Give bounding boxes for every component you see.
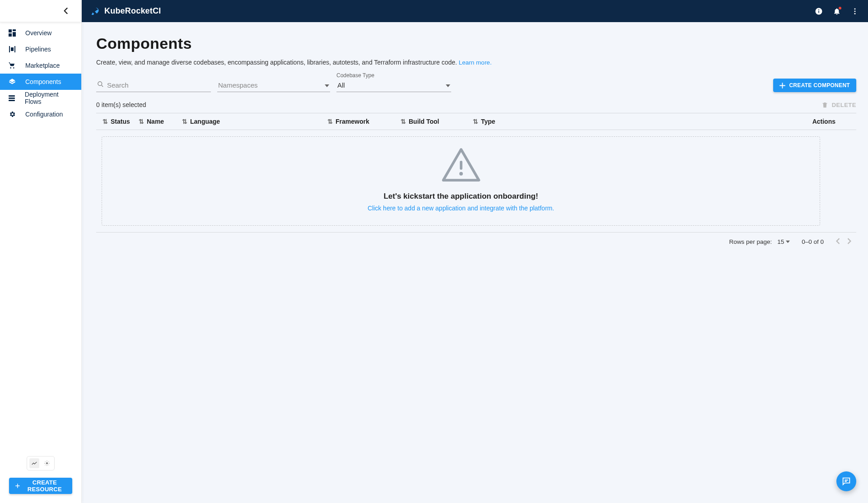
sort-icon: ⇅	[401, 118, 406, 125]
codebase-type-label: Codebase Type	[336, 72, 374, 79]
codebase-type-input[interactable]	[336, 79, 451, 92]
chat-icon	[841, 476, 851, 486]
sidebar-item-label: Components	[25, 78, 61, 85]
sidebar-collapse[interactable]	[0, 0, 81, 22]
warning-icon	[442, 148, 481, 182]
svg-point-10	[46, 462, 48, 465]
stack-icon	[7, 94, 17, 102]
rocket-icon	[91, 7, 100, 16]
svg-rect-18	[460, 161, 462, 170]
sidebar-item-label: Configuration	[25, 111, 63, 118]
svg-rect-7	[9, 95, 15, 97]
brand[interactable]: KubeRocketCI	[91, 6, 161, 16]
plus-icon	[15, 483, 20, 489]
sort-icon: ⇅	[473, 118, 478, 125]
col-actions: Actions	[812, 118, 835, 125]
layers-icon	[7, 78, 17, 85]
pipelines-icon	[7, 46, 17, 53]
svg-rect-0	[9, 29, 12, 33]
content: Components Create, view, and manage dive…	[82, 22, 868, 503]
page-title: Components	[96, 35, 856, 52]
col-language[interactable]: ⇅Language	[182, 118, 327, 125]
rows-value-select[interactable]: 15	[777, 238, 790, 245]
sidebar-item-deployment-flows[interactable]: Deployment Flows	[0, 90, 81, 106]
sort-icon: ⇅	[182, 118, 187, 125]
col-status[interactable]: ⇅Status	[103, 118, 139, 125]
svg-rect-5	[14, 46, 15, 52]
svg-rect-3	[9, 33, 12, 37]
sidebar-item-label: Deployment Flows	[25, 91, 74, 105]
svg-rect-12	[818, 10, 819, 13]
empty-title: Let's kickstart the application onboardi…	[111, 192, 811, 201]
chat-fab[interactable]	[836, 471, 856, 491]
info-icon	[815, 7, 823, 15]
search-field	[96, 79, 211, 92]
namespaces-input[interactable]	[217, 79, 330, 92]
chevron-down-icon	[446, 82, 450, 90]
sidebar-item-configuration[interactable]: Configuration	[0, 106, 81, 122]
notification-dot	[838, 6, 842, 10]
col-framework[interactable]: ⇅Framework	[327, 118, 401, 125]
svg-rect-2	[13, 32, 16, 37]
next-page-button[interactable]	[847, 238, 852, 246]
chevron-left-icon	[835, 238, 840, 244]
info-button[interactable]	[815, 7, 823, 15]
col-type[interactable]: ⇅Type	[473, 118, 553, 125]
sidebar-item-overview[interactable]: Overview	[0, 25, 81, 41]
col-build-tool[interactable]: ⇅Build Tool	[401, 118, 473, 125]
theme-toggle[interactable]	[27, 456, 55, 470]
search-input[interactable]	[96, 79, 211, 92]
svg-point-15	[854, 10, 856, 12]
empty-link[interactable]: Click here to add a new application and …	[111, 205, 811, 212]
codebase-type-field[interactable]: Codebase Type	[336, 79, 451, 92]
create-resource-button[interactable]: CREATE RESOURCE	[9, 478, 72, 494]
chevron-down-icon	[786, 240, 790, 244]
cart-icon	[7, 62, 17, 69]
col-name[interactable]: ⇅Name	[139, 118, 182, 125]
svg-rect-8	[9, 98, 15, 99]
svg-point-14	[854, 8, 856, 9]
sidebar-item-pipelines[interactable]: Pipelines	[0, 41, 81, 57]
trash-icon	[821, 102, 828, 108]
page-range: 0–0 of 0	[802, 238, 824, 245]
namespaces-field[interactable]	[217, 79, 330, 92]
svg-rect-9	[9, 100, 15, 101]
sort-icon: ⇅	[103, 118, 108, 125]
rows-value: 15	[777, 238, 784, 245]
table-header: ⇅Status ⇅Name ⇅Language ⇅Framework ⇅Buil…	[96, 113, 856, 130]
theme-light-icon	[42, 458, 52, 468]
empty-state: Let's kickstart the application onboardi…	[102, 136, 820, 226]
brand-text: KubeRocketCI	[104, 6, 161, 16]
learn-more-link[interactable]: Learn more.	[459, 59, 492, 66]
svg-rect-6	[11, 47, 14, 51]
sidebar-item-label: Marketplace	[25, 62, 60, 69]
sidebar-nav: Overview Pipelines Marketplace Component…	[0, 22, 81, 450]
gear-icon	[7, 111, 17, 118]
delete-button[interactable]: DELETE	[821, 102, 856, 108]
sidebar-item-components[interactable]: Components	[0, 74, 81, 90]
svg-rect-1	[13, 29, 16, 31]
sidebar-item-marketplace[interactable]: Marketplace	[0, 57, 81, 74]
dots-vertical-icon	[851, 7, 859, 15]
more-button[interactable]	[851, 7, 859, 15]
chevron-down-icon	[325, 82, 329, 90]
dashboard-icon	[7, 29, 17, 37]
selection-count: 0 item(s) selected	[96, 101, 146, 108]
sort-icon: ⇅	[327, 118, 333, 125]
delete-label: DELETE	[832, 102, 856, 108]
chevron-left-icon	[63, 8, 68, 14]
notifications-button[interactable]	[833, 7, 841, 15]
sidebar-item-label: Pipelines	[25, 46, 51, 53]
svg-point-16	[854, 13, 856, 14]
sidebar-item-label: Overview	[25, 29, 51, 37]
create-component-button[interactable]: CREATE COMPONENT	[773, 79, 856, 92]
chevron-right-icon	[847, 238, 852, 244]
prev-page-button[interactable]	[835, 238, 840, 246]
pagination: Rows per page: 15 0–0 of 0	[96, 232, 856, 246]
page-subtitle: Create, view, and manage diverse codebas…	[96, 59, 856, 66]
theme-dark-icon	[29, 458, 39, 468]
filters-row: Codebase Type CREATE COMPONENT	[96, 79, 856, 92]
svg-point-19	[459, 172, 463, 176]
sort-icon: ⇅	[139, 118, 144, 125]
svg-rect-4	[9, 46, 10, 52]
